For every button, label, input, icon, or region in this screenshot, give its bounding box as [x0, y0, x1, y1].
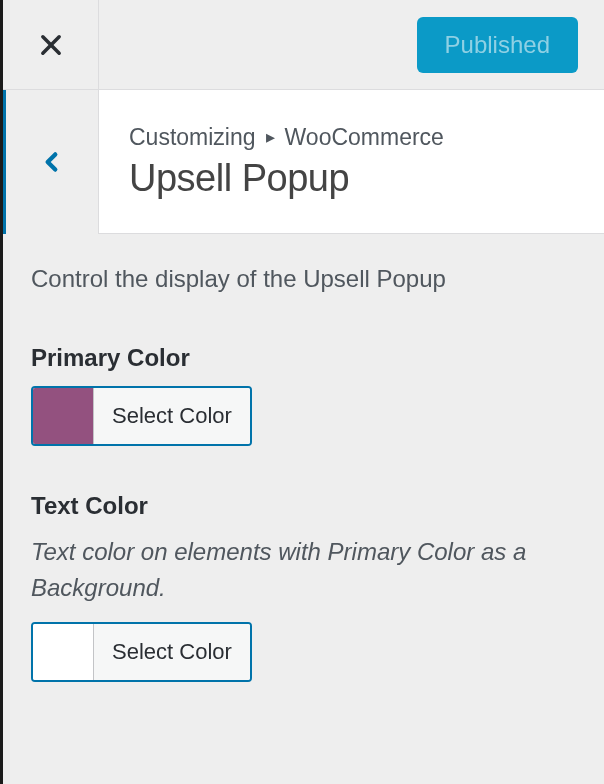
chevron-left-icon [39, 149, 65, 175]
publish-button[interactable]: Published [417, 17, 578, 73]
section-header: Customizing ▸ WooCommerce Upsell Popup [0, 90, 604, 234]
back-button[interactable] [6, 90, 99, 234]
page-title: Upsell Popup [129, 157, 574, 200]
select-color-label: Select Color [93, 388, 250, 444]
close-button[interactable] [3, 0, 99, 90]
text-color-control: Text Color Text color on elements with P… [31, 492, 576, 684]
primary-color-control: Primary Color Select Color [31, 344, 576, 448]
close-icon [37, 31, 65, 59]
breadcrumb: Customizing ▸ WooCommerce [129, 124, 574, 151]
content: Control the display of the Upsell Popup … [3, 234, 604, 756]
primary-color-swatch [33, 388, 93, 444]
breadcrumb-parent: WooCommerce [285, 124, 444, 151]
primary-color-picker[interactable]: Select Color [31, 386, 252, 446]
text-color-help: Text color on elements with Primary Colo… [31, 534, 576, 606]
select-color-label: Select Color [93, 624, 250, 680]
text-color-swatch [33, 624, 93, 680]
text-color-picker[interactable]: Select Color [31, 622, 252, 682]
breadcrumb-root: Customizing [129, 124, 256, 151]
primary-color-label: Primary Color [31, 344, 576, 372]
header-text: Customizing ▸ WooCommerce Upsell Popup [99, 90, 604, 234]
section-description: Control the display of the Upsell Popup [31, 262, 576, 296]
top-bar: Published [3, 0, 604, 90]
text-color-label: Text Color [31, 492, 576, 520]
breadcrumb-separator-icon: ▸ [266, 126, 275, 148]
